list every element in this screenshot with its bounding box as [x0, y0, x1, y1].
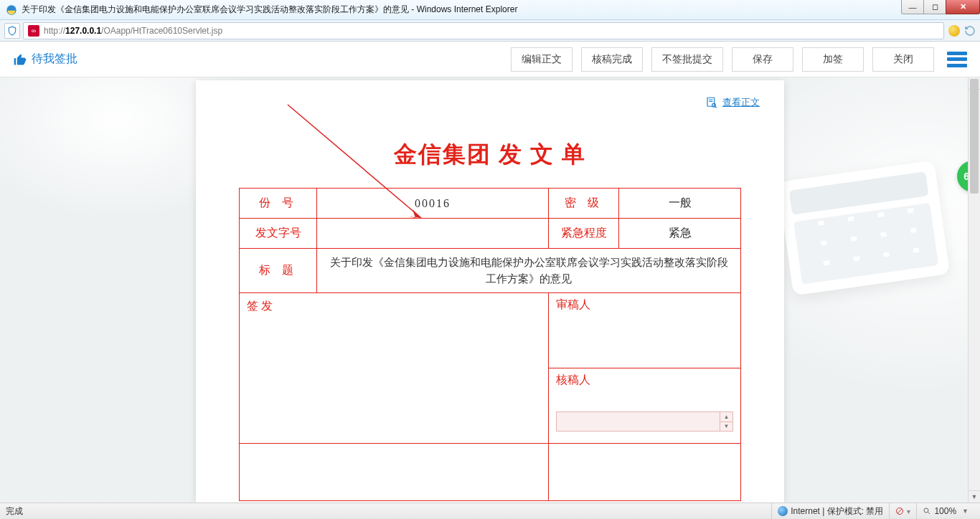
docno-value[interactable] [317, 219, 549, 249]
checker-cell: 核稿人 ▲▼ [549, 368, 740, 443]
refresh-icon[interactable] [964, 25, 976, 37]
save-button[interactable]: 保存 [732, 47, 793, 72]
minimize-button[interactable]: — [901, 0, 924, 14]
status-zone: Internet | 保护模式: 禁用 [771, 503, 889, 519]
sign-label: 签 发 [247, 300, 273, 312]
vertical-scrollbar[interactable]: ▲ ▼ [968, 77, 980, 503]
status-zone-text: Internet | 保护模式: 禁用 [791, 505, 883, 518]
status-bar: 完成 Internet | 保护模式: 禁用 ▾ 100% ▼ [0, 503, 980, 519]
stepper-icon[interactable]: ▲▼ [720, 412, 732, 431]
compat-view-icon[interactable] [948, 25, 960, 37]
app-toolbar: 待我签批 编辑正文 核稿完成 不签批提交 保存 加签 关闭 [0, 42, 980, 77]
dispatch-form: 份 号 00016 密 级 一般 发文字号 紧急程度 紧急 标 题 关于印发《金… [239, 188, 741, 501]
maximize-button[interactable]: ◻ [923, 0, 946, 14]
zoom-value: 100% [934, 506, 956, 516]
url-box[interactable]: ∞ http://127.0.0.1/OAapp/HtTrace0610Serv… [23, 22, 944, 39]
checker-input[interactable]: ▲▼ [556, 411, 733, 432]
breadcrumb: 待我签批 [13, 52, 77, 67]
urgency-label: 紧急程度 [549, 219, 619, 249]
extra-cell-left [240, 444, 549, 501]
security-shield-icon[interactable] [4, 23, 20, 39]
urgency-value: 紧急 [619, 219, 741, 249]
zoom-control[interactable]: 100% ▼ [916, 503, 974, 519]
window-title: 关于印发《金信集团电力设施和电能保护办公室联席会议学习实践活动整改落实阶段工作方… [22, 4, 517, 16]
scroll-thumb[interactable] [970, 79, 979, 194]
extra-cell-right [549, 444, 741, 501]
zoom-icon [923, 507, 931, 515]
close-button[interactable]: ✕ [946, 0, 980, 14]
svg-point-10 [924, 508, 928, 513]
url-text: http://127.0.0.1/OAapp/HtTrace0610Servle… [44, 26, 222, 36]
thumb-icon [13, 52, 27, 67]
checker-label: 核稿人 [556, 373, 590, 386]
subject-label: 标 题 [240, 249, 317, 293]
svg-line-9 [897, 509, 902, 513]
content-viewport: 60 查看正文 金信集团 发 文 单 份 号 00016 密 级 一般 发文字号 [0, 77, 980, 503]
address-bar: ∞ http://127.0.0.1/OAapp/HtTrace0610Serv… [0, 20, 980, 42]
docno-label: 发文字号 [240, 219, 317, 249]
review-done-button[interactable]: 核稿完成 [581, 47, 643, 72]
svg-line-11 [928, 513, 930, 515]
window-controls: — ◻ ✕ [902, 0, 980, 16]
secret-value: 一般 [619, 189, 741, 219]
window-title-bar: 关于印发《金信集团电力设施和电能保护办公室联席会议学习实践活动整改落实阶段工作方… [0, 0, 980, 20]
view-body-link[interactable]: 查看正文 [705, 96, 760, 109]
ie-icon [6, 4, 17, 16]
countersign-button[interactable]: 加签 [802, 47, 864, 72]
copy-no-label: 份 号 [240, 189, 317, 219]
close-page-button[interactable]: 关闭 [872, 47, 934, 72]
favicon-icon: ∞ [28, 25, 39, 37]
document-paper: 查看正文 金信集团 发 文 单 份 号 00016 密 级 一般 发文字号 紧急… [196, 80, 784, 503]
reviewer-cell[interactable]: 审稿人 [549, 293, 740, 368]
reject-submit-button[interactable]: 不签批提交 [651, 47, 723, 72]
svg-rect-3 [707, 97, 715, 106]
copy-no-value: 00016 [317, 189, 549, 219]
reviewer-label: 审稿人 [556, 298, 590, 310]
calculator-decor [778, 160, 950, 295]
hamburger-menu-icon[interactable] [947, 49, 967, 70]
document-title: 金信集团 发 文 单 [239, 139, 741, 171]
document-search-icon [705, 96, 718, 109]
breadcrumb-label: 待我签批 [32, 52, 77, 67]
status-left: 完成 [6, 505, 771, 518]
scroll-down-icon[interactable]: ▼ [969, 490, 980, 503]
globe-icon [778, 506, 788, 516]
svg-line-7 [715, 107, 717, 108]
view-body-label: 查看正文 [722, 96, 760, 109]
subject-value: 关于印发《金信集团电力设施和电能保护办公室联席会议学习实践活动整改落实阶段工作方… [317, 249, 741, 293]
edit-body-button[interactable]: 编辑正文 [511, 47, 573, 72]
sign-cell[interactable]: 签 发 [240, 293, 549, 444]
secret-label: 密 级 [549, 189, 619, 219]
status-protected-icon[interactable]: ▾ [889, 503, 916, 519]
